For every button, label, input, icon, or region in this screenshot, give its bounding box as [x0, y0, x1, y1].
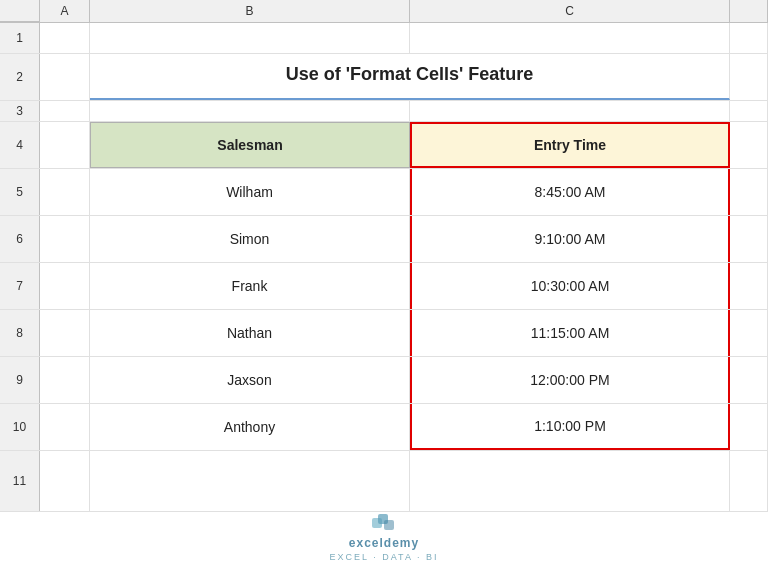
row-num-3: 3	[0, 101, 40, 121]
row-8: 8 Nathan 11:15:00 AM	[0, 310, 768, 357]
row-5: 5 Wilham 8:45:00 AM	[0, 169, 768, 216]
title-cell: Use of 'Format Cells' Feature	[90, 54, 730, 100]
cell-10d	[730, 404, 768, 450]
cell-10b-salesman[interactable]: Anthony	[90, 404, 410, 450]
corner-cell	[0, 0, 40, 22]
watermark-text-main: exceldemy	[349, 536, 419, 550]
rows-container: 1 2 Use of 'Format Cells' Feature 3 4 Sa…	[0, 23, 768, 512]
watermark-text-sub: EXCEL · DATA · BI	[330, 552, 439, 562]
cell-3d	[730, 101, 768, 121]
row-2: 2 Use of 'Format Cells' Feature	[0, 54, 768, 101]
row-10: 10 Anthony 1:10:00 PM	[0, 404, 768, 451]
cell-3a[interactable]	[40, 101, 90, 121]
col-header-d	[730, 0, 768, 22]
row-num-2: 2	[0, 54, 40, 100]
row-num-6: 6	[0, 216, 40, 262]
row-num-11: 11	[0, 451, 40, 511]
row-7: 7 Frank 10:30:00 AM	[0, 263, 768, 310]
watermark: exceldemy EXCEL · DATA · BI	[0, 512, 768, 562]
row-num-8: 8	[0, 310, 40, 356]
header-salesman: Salesman	[90, 122, 410, 168]
row-3: 3	[0, 101, 768, 122]
row-num-4: 4	[0, 122, 40, 168]
row-num-7: 7	[0, 263, 40, 309]
cell-8a[interactable]	[40, 310, 90, 356]
cell-7a[interactable]	[40, 263, 90, 309]
svg-rect-2	[384, 520, 394, 530]
cell-9a[interactable]	[40, 357, 90, 403]
cell-8c-time[interactable]: 11:15:00 AM	[410, 310, 730, 356]
cell-11c[interactable]	[410, 451, 730, 511]
cell-2a[interactable]	[40, 54, 90, 100]
column-headers: A B C	[0, 0, 768, 23]
row-6: 6 Simon 9:10:00 AM	[0, 216, 768, 263]
row-num-9: 9	[0, 357, 40, 403]
cell-5d	[730, 169, 768, 215]
cell-9d	[730, 357, 768, 403]
cell-6c-time[interactable]: 9:10:00 AM	[410, 216, 730, 262]
cell-7d	[730, 263, 768, 309]
row-4: 4 Salesman Entry Time	[0, 122, 768, 169]
cell-4d	[730, 122, 768, 168]
cell-6d	[730, 216, 768, 262]
cell-9c-time[interactable]: 12:00:00 PM	[410, 357, 730, 403]
cell-7b-salesman[interactable]: Frank	[90, 263, 410, 309]
cell-10c-time[interactable]: 1:10:00 PM	[410, 404, 730, 450]
col-header-a[interactable]: A	[40, 0, 90, 22]
cell-4a[interactable]	[40, 122, 90, 168]
cell-3b[interactable]	[90, 101, 410, 121]
cell-5b-salesman[interactable]: Wilham	[90, 169, 410, 215]
cell-3c[interactable]	[410, 101, 730, 121]
row-num-1: 1	[0, 23, 40, 53]
cell-1d	[730, 23, 768, 53]
cell-11a[interactable]	[40, 451, 90, 511]
cell-1a[interactable]	[40, 23, 90, 53]
watermark-content: exceldemy EXCEL · DATA · BI	[330, 512, 439, 562]
row-1: 1	[0, 23, 768, 54]
row-num-10: 10	[0, 404, 40, 450]
cell-6a[interactable]	[40, 216, 90, 262]
cell-5a[interactable]	[40, 169, 90, 215]
col-header-b[interactable]: B	[90, 0, 410, 22]
cell-2d	[730, 54, 768, 100]
spreadsheet: A B C 1 2 Use of 'Format Cells' Feature …	[0, 0, 768, 562]
cell-1c[interactable]	[410, 23, 730, 53]
cell-1b[interactable]	[90, 23, 410, 53]
cell-6b-salesman[interactable]: Simon	[90, 216, 410, 262]
cell-11b[interactable]	[90, 451, 410, 511]
cell-7c-time[interactable]: 10:30:00 AM	[410, 263, 730, 309]
cell-9b-salesman[interactable]: Jaxson	[90, 357, 410, 403]
exceldemy-logo-icon	[370, 512, 398, 534]
cell-11d	[730, 451, 768, 511]
col-header-c[interactable]: C	[410, 0, 730, 22]
cell-10a[interactable]	[40, 404, 90, 450]
row-num-5: 5	[0, 169, 40, 215]
row-11: 11	[0, 451, 768, 512]
cell-8d	[730, 310, 768, 356]
row-9: 9 Jaxson 12:00:00 PM	[0, 357, 768, 404]
header-entrytime: Entry Time	[410, 122, 730, 168]
cell-8b-salesman[interactable]: Nathan	[90, 310, 410, 356]
cell-5c-time[interactable]: 8:45:00 AM	[410, 169, 730, 215]
